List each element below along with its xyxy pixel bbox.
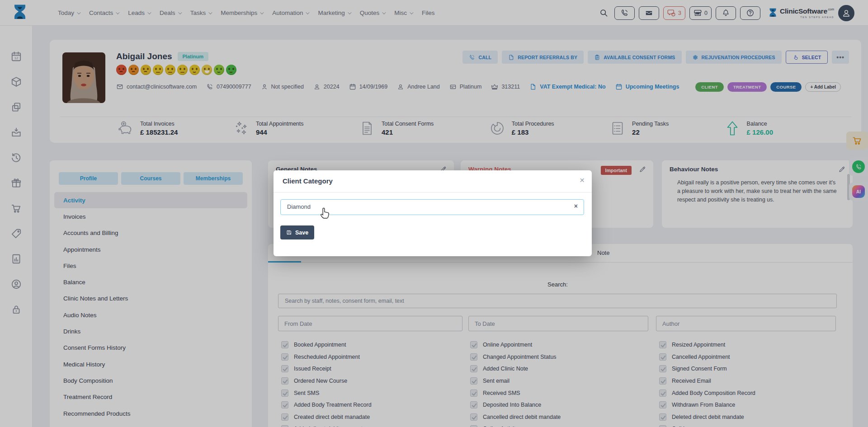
clear-icon[interactable]: × [574,202,578,210]
client-category-modal: Client Category × × Save [274,170,592,256]
save-button[interactable]: Save [280,225,314,239]
category-input-wrap: × [280,199,584,215]
category-input[interactable] [287,203,564,210]
clinic-software-screen: Today Contacts Leads Deals [0,0,868,427]
close-icon[interactable]: × [580,175,585,185]
save-button-label: Save [295,230,308,236]
modal-title: Client Category [283,177,333,185]
save-icon [286,230,292,235]
modal-header: Client Category × [274,170,592,192]
